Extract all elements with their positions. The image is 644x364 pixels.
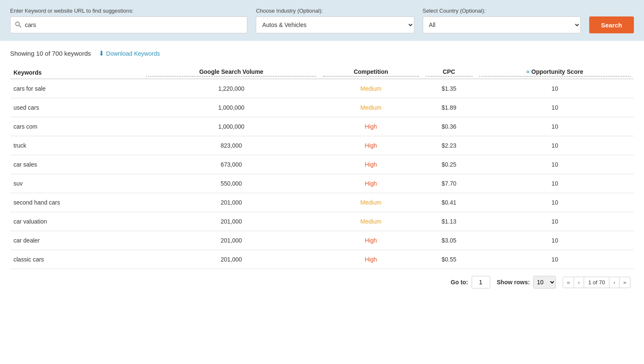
pager-info: 1 of 70: [584, 277, 610, 288]
cell-competition: High: [319, 155, 422, 174]
showrows-label: Show rows:: [497, 279, 530, 286]
cell-competition: Medium: [319, 98, 422, 117]
pager-next-button[interactable]: ›: [609, 277, 619, 288]
cell-volume: 823,000: [143, 136, 319, 155]
search-area: Enter Keyword or website URL to find sug…: [0, 0, 644, 41]
pager-prev-button[interactable]: ‹: [574, 277, 584, 288]
table-row: used cars 1,000,000 Medium $1.89 10: [10, 98, 634, 117]
table-row: suv 550,000 High $7.70 10: [10, 174, 634, 193]
cell-volume: 673,000: [143, 155, 319, 174]
cell-opportunity: 10: [476, 174, 634, 193]
cell-competition: High: [319, 136, 422, 155]
industry-section: Choose Industry (Optional): Autos & Vehi…: [256, 8, 414, 33]
cell-competition: High: [319, 117, 422, 136]
col-header-opportunity: ≈Opportunity Score: [476, 64, 634, 79]
download-keywords-link[interactable]: ⬇ Download Keywords: [99, 49, 160, 57]
showrows-section: Show rows: 5 10 25 50 100: [497, 276, 556, 289]
showrows-dropdown[interactable]: 5 10 25 50 100: [533, 276, 556, 289]
cell-volume: 1,000,000: [143, 117, 319, 136]
cell-keyword: car sales: [10, 155, 143, 174]
svg-line-1: [19, 25, 21, 27]
cell-opportunity: 10: [476, 231, 634, 250]
table-row: cars com 1,000,000 High $0.36 10: [10, 117, 634, 136]
cell-keyword: cars com: [10, 117, 143, 136]
cell-cpc: $0.55: [422, 250, 476, 269]
cell-volume: 201,000: [143, 250, 319, 269]
cell-volume: 201,000: [143, 193, 319, 212]
table-row: cars for sale 1,220,000 Medium $1.35 10: [10, 79, 634, 98]
search-input-wrapper: [10, 16, 247, 33]
cell-keyword: car dealer: [10, 231, 143, 250]
cell-cpc: $0.36: [422, 117, 476, 136]
cell-keyword: car valuation: [10, 212, 143, 231]
cell-opportunity: 10: [476, 117, 634, 136]
country-label: Select Country (Optional):: [423, 8, 581, 14]
keyword-section: Enter Keyword or website URL to find sug…: [10, 8, 247, 33]
cell-cpc: $1.89: [422, 98, 476, 117]
cell-cpc: $1.35: [422, 79, 476, 98]
col-header-cpc: CPC: [422, 64, 476, 79]
cell-keyword: suv: [10, 174, 143, 193]
goto-label: Go to:: [451, 279, 468, 286]
search-button[interactable]: Search: [589, 16, 634, 33]
opportunity-icon: ≈: [526, 68, 530, 75]
cell-competition: Medium: [319, 79, 422, 98]
results-count: Showing 10 of 700 keywords: [10, 50, 91, 57]
table-row: car dealer 201,000 High $3.05 10: [10, 231, 634, 250]
cell-opportunity: 10: [476, 79, 634, 98]
industry-dropdown[interactable]: Autos & Vehicles All Business & Industri…: [256, 16, 414, 33]
pager: « ‹ 1 of 70 › »: [563, 277, 631, 288]
search-icon: [15, 21, 21, 29]
col-header-keywords: Keywords: [10, 64, 143, 79]
pager-last-button[interactable]: »: [620, 277, 630, 288]
results-header: Showing 10 of 700 keywords ⬇ Download Ke…: [10, 49, 634, 57]
pagination-row: Go to: Show rows: 5 10 25 50 100 « ‹ 1 o…: [10, 269, 634, 295]
keyword-label: Enter Keyword or website URL to find sug…: [10, 8, 247, 14]
table-row: car valuation 201,000 Medium $1.13 10: [10, 212, 634, 231]
cell-cpc: $3.05: [422, 231, 476, 250]
country-section: Select Country (Optional): All United St…: [423, 8, 581, 33]
cell-competition: Medium: [319, 212, 422, 231]
cell-keyword: truck: [10, 136, 143, 155]
cell-cpc: $7.70: [422, 174, 476, 193]
cell-opportunity: 10: [476, 250, 634, 269]
cell-cpc: $0.41: [422, 193, 476, 212]
keyword-input[interactable]: [25, 22, 243, 28]
cell-competition: High: [319, 231, 422, 250]
cell-cpc: $1.13: [422, 212, 476, 231]
cell-cpc: $2.23: [422, 136, 476, 155]
download-icon: ⬇: [99, 49, 104, 57]
cell-competition: Medium: [319, 193, 422, 212]
table-row: classic cars 201,000 High $0.55 10: [10, 250, 634, 269]
cell-opportunity: 10: [476, 193, 634, 212]
cell-cpc: $0.25: [422, 155, 476, 174]
table-row: truck 823,000 High $2.23 10: [10, 136, 634, 155]
country-dropdown[interactable]: All United States United Kingdom Canada …: [423, 16, 581, 33]
industry-label: Choose Industry (Optional):: [256, 8, 414, 14]
results-area: Showing 10 of 700 keywords ⬇ Download Ke…: [0, 41, 644, 295]
col-header-competition: Competition: [319, 64, 422, 79]
table-row: second hand cars 201,000 Medium $0.41 10: [10, 193, 634, 212]
cell-competition: High: [319, 250, 422, 269]
cell-competition: High: [319, 174, 422, 193]
cell-keyword: used cars: [10, 98, 143, 117]
table-row: car sales 673,000 High $0.25 10: [10, 155, 634, 174]
cell-volume: 550,000: [143, 174, 319, 193]
goto-input[interactable]: [472, 276, 490, 289]
cell-keyword: cars for sale: [10, 79, 143, 98]
cell-volume: 1,220,000: [143, 79, 319, 98]
cell-opportunity: 10: [476, 98, 634, 117]
cell-keyword: classic cars: [10, 250, 143, 269]
col-header-volume: Google Search Volume: [143, 64, 319, 79]
keywords-table: Keywords Google Search Volume Competitio…: [10, 64, 634, 269]
cell-volume: 201,000: [143, 212, 319, 231]
cell-volume: 201,000: [143, 231, 319, 250]
cell-opportunity: 10: [476, 136, 634, 155]
cell-volume: 1,000,000: [143, 98, 319, 117]
cell-opportunity: 10: [476, 155, 634, 174]
pager-first-button[interactable]: «: [563, 277, 574, 288]
goto-section: Go to:: [451, 276, 490, 289]
cell-keyword: second hand cars: [10, 193, 143, 212]
cell-opportunity: 10: [476, 212, 634, 231]
